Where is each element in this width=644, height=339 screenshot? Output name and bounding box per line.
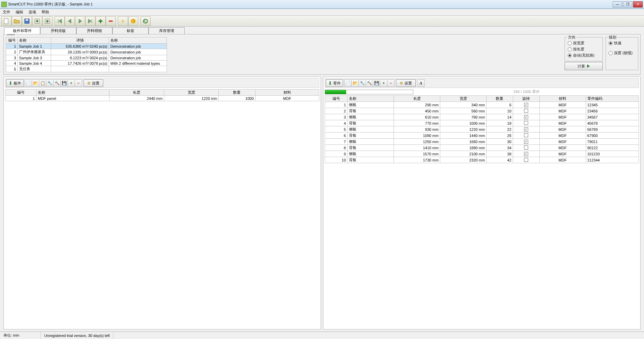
parts-table[interactable]: 编号 名称 长度 宽度 数量 旋转 材料 零件编码 1侧板290 mm340 m… — [325, 95, 639, 163]
checkbox-icon[interactable] — [524, 133, 528, 137]
radio-fast[interactable]: 快速 — [609, 41, 634, 46]
parts-row[interactable]: 10背板1730 mm2320 mm42MDF112344 — [325, 157, 639, 163]
panels-add-icon[interactable]: + — [67, 79, 75, 87]
main-toolbar: ? i — [0, 16, 644, 27]
panels-new-icon[interactable]: 📄 — [25, 79, 32, 87]
parts-row[interactable]: 8背板1410 mm1880 mm34MDF90122 — [325, 145, 639, 151]
panels-pane: ⬇板件 📄 📂 📋 🔧 🔨 💾 + − ⚙设置 编号 名称 长度 宽度 数量 — [3, 77, 321, 329]
panels-label[interactable]: ⬇板件 — [6, 79, 24, 87]
panels-tool2-icon[interactable]: 🔨 — [53, 79, 61, 87]
menu-file[interactable]: 文件 — [1, 10, 12, 15]
direction-fieldset: 方向 按宽度 按长度 自动(无纹路) — [565, 37, 603, 61]
svg-text:?: ? — [122, 19, 124, 24]
panels-copy-icon[interactable]: 📋 — [39, 79, 46, 87]
gear-icon: ⚙ — [87, 81, 91, 86]
panels-row[interactable]: 1MDF panel2440 mm1220 mm1000MDF — [5, 96, 319, 101]
tb-export-icon[interactable] — [42, 16, 52, 26]
app-icon — [1, 2, 7, 7]
level-fieldset: 级别 快速 深度 (较慢) — [605, 37, 638, 70]
panels-tool1-icon[interactable]: 🔧 — [46, 79, 53, 87]
tab-panels-parts[interactable]: 板件和零件 — [4, 27, 40, 34]
checkbox-icon[interactable]: ✓ — [524, 127, 528, 132]
parts-label[interactable]: ⬇零件 — [326, 79, 343, 87]
checkbox-icon[interactable]: ✓ — [524, 152, 528, 156]
menu-edit[interactable]: 编辑 — [14, 10, 25, 15]
status-unit: 单位: mm — [0, 332, 41, 339]
parts-new-icon[interactable]: 📄 — [344, 79, 352, 87]
tb-remove-icon[interactable] — [106, 16, 116, 26]
panels-open-icon[interactable]: 📂 — [32, 79, 39, 87]
panels-remove-icon[interactable]: − — [75, 79, 82, 87]
parts-row[interactable]: 4背板770 mm1000 mm18MDF45678 — [325, 120, 639, 126]
parts-tool1-icon[interactable]: 🔧 — [358, 79, 366, 87]
parts-row[interactable]: 9侧板1570 mm2100 mm38✓MDF101233 — [325, 151, 639, 157]
tab-cutlist[interactable]: 开料明细 — [76, 27, 112, 34]
menu-help[interactable]: 帮助 — [40, 10, 50, 15]
tb-help-icon[interactable]: ? — [118, 16, 128, 26]
gear-icon: ⚙ — [400, 81, 403, 86]
jobs-row[interactable]: 1Sample Job 1535.6380 m?/ 0240 pc(s)Demo… — [6, 44, 167, 49]
checkbox-icon[interactable] — [524, 145, 528, 150]
parts-settings-button[interactable]: ⚙设置 — [396, 79, 416, 87]
svg-rect-2 — [26, 19, 28, 21]
checkbox-icon[interactable] — [524, 121, 528, 125]
checkbox-icon[interactable]: ✓ — [524, 103, 528, 107]
jobs-table[interactable]: 编号 名称 详情 名称 1Sample Job 1535.6380 m?/ 02… — [6, 37, 167, 72]
radio-deep[interactable]: 深度 (较慢) — [609, 50, 634, 56]
parts-row[interactable]: 3侧板610 mm780 mm14✓MDF34567 — [325, 114, 639, 120]
checkbox-icon[interactable] — [524, 158, 528, 162]
tb-first-icon[interactable] — [55, 16, 65, 26]
close-button[interactable]: ✕ — [633, 1, 643, 7]
parts-row[interactable]: 2背板450 mm560 mm10MDF23456 — [325, 108, 639, 114]
parts-row[interactable]: 5侧板930 mm1220 mm22✓MDF56789 — [325, 126, 639, 133]
arrow-right-icon — [587, 64, 590, 68]
tb-save-icon[interactable] — [22, 16, 32, 26]
calculate-button[interactable]: 计算 — [565, 62, 603, 70]
tb-last-icon[interactable] — [85, 16, 95, 26]
tab-inventory[interactable]: 库存管理 — [149, 27, 185, 34]
radio-by-length[interactable]: 按长度 — [568, 47, 599, 52]
svg-text:i: i — [133, 19, 134, 24]
jobs-row[interactable]: 5无任务 — [6, 66, 167, 72]
tb-next-icon[interactable] — [75, 16, 85, 26]
jobs-row[interactable]: 4Sample Job 417.7426 m?/ 0078 pc(s)With … — [6, 61, 167, 66]
jobs-row[interactable]: 3Sample Job 38.1223 m?/ 0024 pc(s)Demons… — [6, 55, 167, 61]
tab-labels[interactable]: 标签 — [112, 27, 149, 34]
tb-import-icon[interactable] — [32, 16, 42, 26]
parts-font-icon[interactable]: A — [417, 79, 425, 87]
parts-add-icon[interactable]: + — [380, 79, 387, 87]
tb-info-icon[interactable]: i — [128, 16, 138, 26]
tb-refresh-icon[interactable] — [140, 16, 151, 26]
jobs-col-desc[interactable]: 名称 — [109, 37, 167, 44]
minimize-button[interactable]: — — [613, 1, 622, 7]
parts-remove-icon[interactable]: − — [387, 79, 395, 87]
parts-row[interactable]: 7侧板1250 mm1660 mm30✓MDF79011 — [325, 139, 639, 145]
jobs-col-no[interactable]: 编号 — [6, 37, 18, 44]
radio-auto[interactable]: 自动(无纹路) — [568, 53, 599, 58]
panels-table[interactable]: 编号 名称 长度 宽度 数量 材料 1MDF panel2440 mm1220 … — [5, 89, 319, 101]
jobs-row[interactable]: 2广州伊来雅家具28.1335 m?/ 0093 pc(s)Demonstrat… — [6, 49, 167, 55]
tb-prev-icon[interactable] — [65, 16, 75, 26]
tb-open-icon[interactable] — [12, 16, 22, 26]
parts-pane: ⬇零件 📄 📂 🔧 🔨 💾 + − ⚙设置 A 240 / 1000 零件 编号… — [323, 77, 641, 329]
jobs-group: Jobs 编号 名称 详情 名称 1Sample Job 1535.6380 m… — [3, 34, 641, 75]
panels-settings-button[interactable]: ⚙设置 — [83, 79, 103, 87]
parts-row[interactable]: 6背板1090 mm1440 mm26MDF67900 — [325, 133, 639, 139]
panels-save-icon[interactable]: 💾 — [60, 79, 68, 87]
tb-new-icon[interactable] — [1, 16, 12, 26]
tb-add-icon[interactable] — [95, 16, 106, 26]
down-arrow-icon: ⬇ — [9, 81, 13, 86]
checkbox-icon[interactable]: ✓ — [524, 115, 528, 119]
jobs-col-name[interactable]: 名称 — [18, 37, 51, 44]
checkbox-icon[interactable]: ✓ — [524, 140, 528, 144]
menu-options[interactable]: 选项 — [27, 10, 37, 15]
jobs-col-detail[interactable]: 详情 — [51, 37, 109, 44]
checkbox-icon[interactable] — [524, 109, 528, 113]
parts-save-icon[interactable]: 💾 — [373, 79, 380, 87]
maximize-button[interactable]: ❐ — [623, 1, 632, 7]
tab-layout[interactable]: 开料排版 — [40, 27, 76, 34]
parts-row[interactable]: 1侧板290 mm340 mm6✓MDF12345 — [325, 102, 639, 108]
parts-open-icon[interactable]: 📂 — [351, 79, 359, 87]
radio-by-width[interactable]: 按宽度 — [568, 41, 599, 46]
parts-tool2-icon[interactable]: 🔨 — [366, 79, 373, 87]
